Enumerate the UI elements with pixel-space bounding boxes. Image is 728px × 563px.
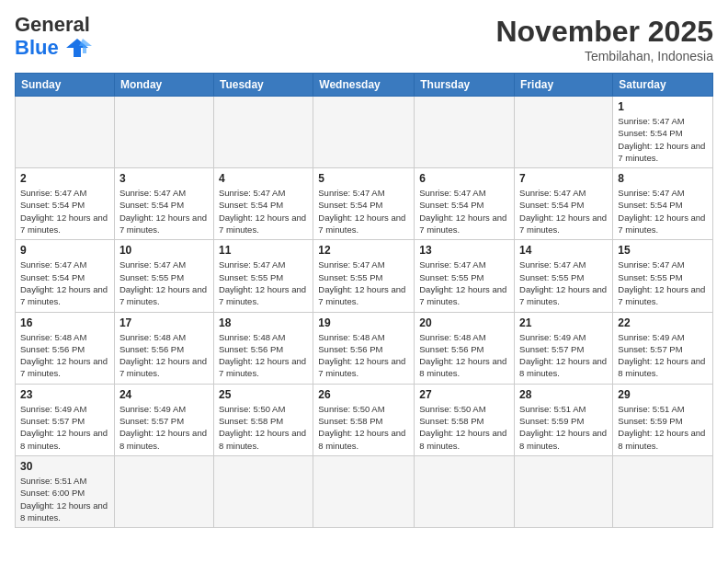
calendar-cell: 7Sunrise: 5:47 AMSunset: 5:54 PMDaylight… — [515, 168, 613, 240]
day-info: Sunrise: 5:47 AMSunset: 5:55 PMDaylight:… — [119, 259, 209, 307]
day-number: 25 — [219, 388, 308, 401]
day-info: Sunrise: 5:49 AMSunset: 5:57 PMDaylight:… — [519, 331, 608, 380]
svg-marker-1 — [79, 39, 92, 53]
calendar-cell — [213, 455, 313, 527]
month-title: November 2025 — [495, 15, 713, 49]
day-number: 28 — [519, 388, 608, 401]
calendar-cell: 27Sunrise: 5:50 AMSunset: 5:58 PMDayligh… — [415, 384, 515, 455]
logo-icon — [63, 35, 92, 61]
calendar-cell — [415, 97, 515, 168]
day-number: 14 — [519, 244, 608, 257]
day-info: Sunrise: 5:47 AMSunset: 5:55 PMDaylight:… — [219, 259, 308, 307]
calendar-cell: 21Sunrise: 5:49 AMSunset: 5:57 PMDayligh… — [515, 312, 613, 384]
day-info: Sunrise: 5:51 AMSunset: 5:59 PMDaylight:… — [618, 403, 708, 452]
calendar-header-tuesday: Tuesday — [213, 74, 313, 97]
calendar-cell: 30Sunrise: 5:51 AMSunset: 6:00 PMDayligh… — [16, 455, 115, 527]
calendar-cell — [213, 97, 313, 168]
calendar-cell: 1Sunrise: 5:47 AMSunset: 5:54 PMDaylight… — [613, 97, 713, 168]
day-number: 24 — [119, 388, 209, 401]
calendar-week-row: 23Sunrise: 5:49 AMSunset: 5:57 PMDayligh… — [16, 384, 713, 455]
day-info: Sunrise: 5:51 AMSunset: 5:59 PMDaylight:… — [519, 403, 608, 452]
calendar-week-row: 30Sunrise: 5:51 AMSunset: 6:00 PMDayligh… — [16, 455, 713, 527]
calendar-header-friday: Friday — [515, 74, 613, 97]
logo: General Blue — [15, 15, 92, 61]
calendar-cell: 8Sunrise: 5:47 AMSunset: 5:54 PMDaylight… — [613, 168, 713, 240]
day-number: 18 — [219, 316, 308, 329]
day-number: 19 — [318, 316, 409, 329]
calendar-cell: 29Sunrise: 5:51 AMSunset: 5:59 PMDayligh… — [613, 384, 713, 455]
calendar-cell: 25Sunrise: 5:50 AMSunset: 5:58 PMDayligh… — [213, 384, 313, 455]
day-number: 30 — [20, 460, 109, 473]
day-number: 10 — [119, 244, 209, 257]
day-info: Sunrise: 5:51 AMSunset: 6:00 PMDaylight:… — [20, 475, 109, 523]
calendar-cell — [415, 455, 515, 527]
calendar-week-row: 9Sunrise: 5:47 AMSunset: 5:54 PMDaylight… — [16, 240, 713, 312]
calendar-cell: 23Sunrise: 5:49 AMSunset: 5:57 PMDayligh… — [16, 384, 115, 455]
day-number: 23 — [20, 388, 109, 401]
day-info: Sunrise: 5:48 AMSunset: 5:56 PMDaylight:… — [119, 331, 209, 380]
day-info: Sunrise: 5:47 AMSunset: 5:54 PMDaylight:… — [519, 187, 608, 236]
title-block: November 2025 Tembilahan, Indonesia — [495, 15, 713, 63]
calendar-cell: 26Sunrise: 5:50 AMSunset: 5:58 PMDayligh… — [313, 384, 415, 455]
day-number: 12 — [318, 244, 409, 257]
day-number: 21 — [519, 316, 608, 329]
day-info: Sunrise: 5:47 AMSunset: 5:54 PMDaylight:… — [219, 187, 308, 236]
calendar-cell — [313, 455, 415, 527]
calendar-cell: 19Sunrise: 5:48 AMSunset: 5:56 PMDayligh… — [313, 312, 415, 384]
day-info: Sunrise: 5:47 AMSunset: 5:55 PMDaylight:… — [318, 259, 409, 307]
calendar-cell — [515, 97, 613, 168]
day-info: Sunrise: 5:48 AMSunset: 5:56 PMDaylight:… — [419, 331, 509, 380]
calendar-cell — [16, 97, 115, 168]
day-number: 2 — [20, 172, 109, 185]
calendar-cell: 16Sunrise: 5:48 AMSunset: 5:56 PMDayligh… — [16, 312, 115, 384]
day-number: 29 — [618, 388, 708, 401]
calendar-cell: 5Sunrise: 5:47 AMSunset: 5:54 PMDaylight… — [313, 168, 415, 240]
calendar-cell — [114, 97, 213, 168]
calendar-cell: 11Sunrise: 5:47 AMSunset: 5:55 PMDayligh… — [213, 240, 313, 312]
day-number: 1 — [618, 100, 708, 113]
logo-blue-text: Blue — [15, 38, 59, 58]
calendar-cell: 15Sunrise: 5:47 AMSunset: 5:55 PMDayligh… — [613, 240, 713, 312]
calendar-week-row: 1Sunrise: 5:47 AMSunset: 5:54 PMDaylight… — [16, 97, 713, 168]
day-info: Sunrise: 5:50 AMSunset: 5:58 PMDaylight:… — [219, 403, 308, 452]
day-info: Sunrise: 5:47 AMSunset: 5:55 PMDaylight:… — [419, 259, 509, 307]
calendar-header-wednesday: Wednesday — [313, 74, 415, 97]
day-number: 4 — [219, 172, 308, 185]
calendar-table: SundayMondayTuesdayWednesdayThursdayFrid… — [15, 73, 713, 528]
day-info: Sunrise: 5:47 AMSunset: 5:54 PMDaylight:… — [419, 187, 509, 236]
day-number: 16 — [20, 316, 109, 329]
calendar-cell: 2Sunrise: 5:47 AMSunset: 5:54 PMDaylight… — [16, 168, 115, 240]
day-number: 15 — [618, 244, 708, 257]
calendar-cell: 28Sunrise: 5:51 AMSunset: 5:59 PMDayligh… — [515, 384, 613, 455]
logo-general-text: General — [15, 13, 90, 36]
location: Tembilahan, Indonesia — [495, 49, 713, 63]
day-number: 13 — [419, 244, 509, 257]
day-number: 22 — [618, 316, 708, 329]
day-info: Sunrise: 5:47 AMSunset: 5:54 PMDaylight:… — [20, 259, 109, 307]
calendar-cell: 20Sunrise: 5:48 AMSunset: 5:56 PMDayligh… — [415, 312, 515, 384]
day-number: 3 — [119, 172, 209, 185]
page-header: General Blue November 2025 Tembilahan, I… — [15, 15, 713, 63]
calendar-cell — [114, 455, 213, 527]
day-number: 27 — [419, 388, 509, 401]
day-info: Sunrise: 5:49 AMSunset: 5:57 PMDaylight:… — [119, 403, 209, 452]
calendar-cell — [613, 455, 713, 527]
day-info: Sunrise: 5:48 AMSunset: 5:56 PMDaylight:… — [219, 331, 308, 380]
calendar-cell: 13Sunrise: 5:47 AMSunset: 5:55 PMDayligh… — [415, 240, 515, 312]
calendar-header-monday: Monday — [114, 74, 213, 97]
day-number: 26 — [318, 388, 409, 401]
calendar-cell — [515, 455, 613, 527]
day-info: Sunrise: 5:47 AMSunset: 5:54 PMDaylight:… — [20, 187, 109, 236]
calendar-cell: 17Sunrise: 5:48 AMSunset: 5:56 PMDayligh… — [114, 312, 213, 384]
day-number: 20 — [419, 316, 509, 329]
day-info: Sunrise: 5:47 AMSunset: 5:54 PMDaylight:… — [618, 115, 708, 164]
day-info: Sunrise: 5:48 AMSunset: 5:56 PMDaylight:… — [318, 331, 409, 380]
day-info: Sunrise: 5:49 AMSunset: 5:57 PMDaylight:… — [618, 331, 708, 380]
calendar-header-saturday: Saturday — [613, 74, 713, 97]
day-info: Sunrise: 5:47 AMSunset: 5:54 PMDaylight:… — [318, 187, 409, 236]
day-number: 8 — [618, 172, 708, 185]
calendar-cell: 12Sunrise: 5:47 AMSunset: 5:55 PMDayligh… — [313, 240, 415, 312]
calendar-cell: 6Sunrise: 5:47 AMSunset: 5:54 PMDaylight… — [415, 168, 515, 240]
calendar-header-sunday: Sunday — [16, 74, 115, 97]
calendar-header-thursday: Thursday — [415, 74, 515, 97]
